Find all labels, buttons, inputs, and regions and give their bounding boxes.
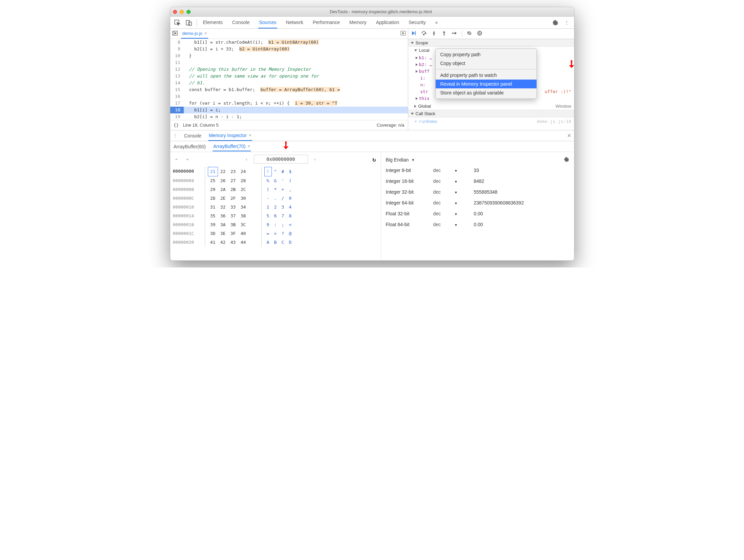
cursor-position: Line 18, Column 5 [183,123,219,128]
code-editor-pane: demo-js.js × 8 b1[i] = str.charCodeAt(i)… [170,29,408,130]
file-tab-demo-js[interactable]: demo-js.js × [181,29,209,39]
run-snippet-icon[interactable] [400,30,406,37]
menu-copy-path[interactable]: Copy property path [436,50,537,59]
value-format-select[interactable]: dec ▼ [433,222,474,227]
hex-grid[interactable]: 0000000021222324!"#$0000000425262728%&'(… [173,167,378,247]
endian-select[interactable]: Big Endian▼ [386,157,415,163]
value-format-select[interactable]: dec ▼ [433,200,474,206]
refresh-icon[interactable]: ↻ [371,156,378,163]
tab-console[interactable]: Console [232,17,250,28]
tab-overflow[interactable]: » [435,17,439,28]
buffer-tab-60[interactable]: ArrayBuffer(60) [173,142,206,151]
menu-reveal-memory[interactable]: Reveal in Memory Inspector panel [436,80,537,88]
menu-add-watch[interactable]: Add property path to watch [436,71,537,80]
navigator-toggle-icon[interactable] [172,30,178,37]
tab-sources[interactable]: Sources [258,17,277,28]
drawer-tab-console[interactable]: Console [183,131,202,141]
svg-marker-17 [443,31,445,33]
close-drawer-icon[interactable]: × [567,132,571,139]
next-page-icon[interactable]: › [311,157,319,162]
svg-marker-20 [455,32,457,35]
close-icon[interactable]: × [204,31,207,36]
prev-page-icon[interactable]: ‹ [243,157,250,162]
value-type-label: Integer 64-bit [386,200,433,206]
step-into-icon[interactable] [431,30,437,37]
callstack-header[interactable]: Call Stack [408,110,574,117]
titlebar: DevTools - memory-inspector.glitch.me/de… [170,7,574,17]
value-format-select[interactable]: dec ▼ [433,168,474,173]
value-cell: 0.00 [474,222,569,227]
drawer-tabbar: ⋮ Console Memory Inspector × × [170,130,574,141]
global-scope-header[interactable]: Global Window [408,103,574,110]
tab-memory[interactable]: Memory [349,17,367,28]
scope-header[interactable]: Scope [408,39,574,47]
value-type-label: Float 64-bit [386,222,433,227]
close-window-button[interactable] [173,10,177,14]
value-format-select[interactable]: dec ▼ [433,178,474,184]
address-input[interactable]: 0x00000000 [254,155,308,164]
value-cell: 33 [474,168,569,173]
callstack-frame[interactable]: ➔runDemo demo-js.js:18 [408,117,574,126]
undo-icon[interactable]: ↶ [173,157,180,162]
memory-nav: ↶ ↷ ‹ 0x00000000 › ↻ [173,155,378,164]
traffic-lights [173,10,191,14]
file-tab-label: demo-js.js [182,31,202,36]
hex-pane: ↶ ↷ ‹ 0x00000000 › ↻ 0000000021222324!"#… [170,152,381,260]
drawer-kebab-icon[interactable]: ⋮ [173,133,177,138]
svg-rect-9 [415,31,416,35]
pretty-print-icon[interactable]: {} [174,123,179,128]
value-cell: 555885348 [474,189,569,195]
tab-performance[interactable]: Performance [312,17,341,28]
step-over-icon[interactable] [421,30,426,37]
sources-panel: demo-js.js × 8 b1[i] = str.charCodeAt(i)… [170,29,574,130]
svg-marker-8 [412,31,415,35]
svg-point-12 [433,34,435,36]
devtools-window: DevTools - memory-inspector.glitch.me/de… [170,7,574,261]
value-type-label: Integer 8-bit [386,168,433,173]
deactivate-breakpoints-icon[interactable] [467,30,472,37]
close-icon[interactable]: × [249,133,251,138]
tab-elements[interactable]: Elements [202,17,223,28]
menu-store-global[interactable]: Store object as global variable [436,88,537,97]
svg-point-22 [477,31,482,36]
menu-copy-object[interactable]: Copy object [436,59,537,68]
drawer-tab-memory-inspector[interactable]: Memory Inspector × [208,131,252,141]
value-pane: Big Endian▼ Integer 8-bitdec ▼33Integer … [381,152,574,260]
buffer-tabbar: ArrayBuffer(60) ArrayBuffer(70) × ➘ [170,141,574,152]
device-toolbar-icon[interactable] [184,18,194,27]
value-cell: 8482 [474,178,569,184]
svg-rect-24 [480,32,481,35]
tab-network[interactable]: Network [285,17,304,28]
values-grid: Integer 8-bitdec ▼33Integer 16-bitdec ▼8… [386,168,569,227]
buffer-tab-70[interactable]: ArrayBuffer(70) × [213,142,251,151]
svg-point-10 [423,34,424,35]
gear-icon[interactable] [564,157,569,163]
main-tabbar: Elements Console Sources Network Perform… [170,17,574,29]
pause-exceptions-icon[interactable] [477,30,482,37]
close-icon[interactable]: × [247,144,250,149]
gear-icon[interactable] [550,18,561,27]
resume-icon[interactable] [411,30,416,37]
memory-inspector-panel: ↶ ↷ ‹ 0x00000000 › ↻ 0000000021222324!"#… [170,152,574,260]
step-icon[interactable] [452,30,457,37]
select-element-icon[interactable] [172,18,182,27]
zoom-window-button[interactable] [187,10,191,14]
file-tabbar: demo-js.js × [170,29,408,39]
svg-point-15 [443,34,445,36]
context-menu: Copy property path Copy object Add prope… [435,48,537,99]
svg-marker-14 [433,33,435,34]
debugger-pane: Scope Local b1: … b2: … buff i: n: struf… [408,29,574,130]
window-title: DevTools - memory-inspector.glitch.me/de… [191,9,571,14]
step-out-icon[interactable] [441,30,447,37]
kebab-menu-icon[interactable]: ⋮ [562,18,572,27]
minimize-window-button[interactable] [180,10,184,14]
value-format-select[interactable]: dec ▼ [433,211,474,216]
tab-application[interactable]: Application [375,17,400,28]
debugger-toolbar [408,29,574,39]
redo-icon[interactable]: ↷ [184,157,191,162]
value-type-label: Float 32-bit [386,211,433,216]
value-format-select[interactable]: dec ▼ [433,189,474,195]
tab-security[interactable]: Security [408,17,426,28]
svg-marker-7 [402,32,404,34]
code-editor[interactable]: 8 b1[i] = str.charCodeAt(i); b1 = Uint8A… [170,39,408,120]
